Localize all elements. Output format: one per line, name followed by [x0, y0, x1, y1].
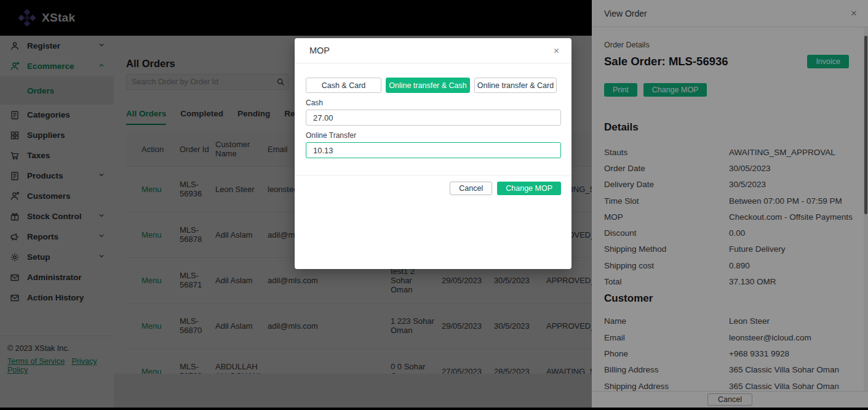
- modal-header: MOP ×: [295, 38, 571, 63]
- modal-change-mop-button[interactable]: Change MOP: [497, 182, 561, 195]
- online-transfer-input[interactable]: [306, 142, 561, 158]
- option-cash-and-card[interactable]: Cash & Card: [306, 78, 381, 93]
- cash-label: Cash: [306, 98, 561, 107]
- option-online-transfer-and-cash[interactable]: Online transfer & Cash: [386, 78, 470, 93]
- modal-footer: Cancel Change MOP: [295, 175, 571, 195]
- mop-options: Cash & Card Online transfer & Cash Onlin…: [306, 78, 561, 93]
- modal-cancel-button[interactable]: Cancel: [450, 182, 492, 195]
- option-online-transfer-and-card[interactable]: Online transfer & Card: [474, 78, 557, 93]
- app-root: XStak Register Ecommerce Orders Categori…: [0, 0, 868, 410]
- modal-body: Cash & Card Online transfer & Cash Onlin…: [295, 63, 571, 158]
- cash-input[interactable]: [306, 110, 561, 126]
- online-transfer-label: Online Transfer: [306, 131, 561, 140]
- close-icon[interactable]: ×: [554, 38, 559, 63]
- mop-modal: MOP × Cash & Card Online transfer & Cash…: [295, 38, 571, 269]
- modal-title: MOP: [309, 46, 330, 55]
